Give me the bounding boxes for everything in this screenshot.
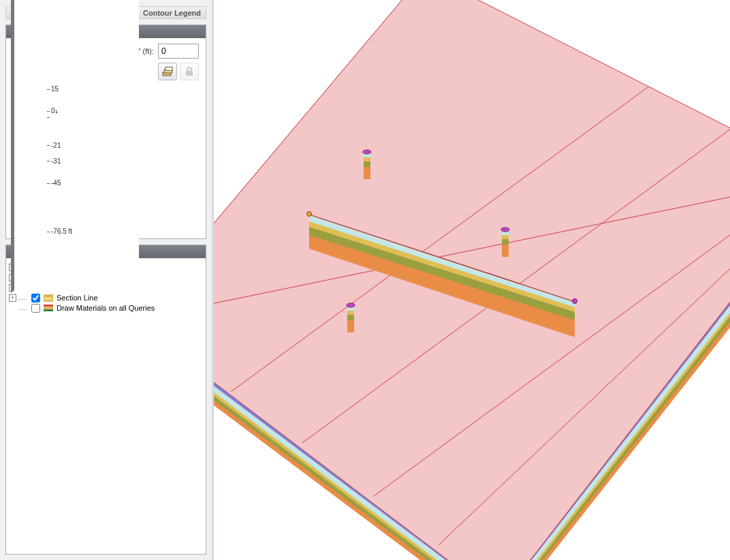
materials-icon bbox=[43, 304, 54, 312]
soil-tick-label: -31 bbox=[47, 157, 61, 165]
sidebar: Contour Legend Elevation / Soil Layers L… bbox=[0, 0, 214, 560]
soil-column-ticks: 150₁-21-31-45-76.5 ft bbox=[47, 89, 81, 232]
tree-connector bbox=[19, 306, 27, 310]
svg-rect-16 bbox=[44, 309, 53, 311]
tree-node: Draw Materials on all Queries bbox=[9, 303, 203, 313]
svg-point-38 bbox=[307, 212, 312, 217]
svg-rect-2 bbox=[165, 67, 172, 71]
section-icon bbox=[43, 294, 54, 302]
viewport-3d[interactable] bbox=[214, 0, 730, 560]
svg-rect-14 bbox=[44, 305, 53, 307]
tree-checkbox[interactable] bbox=[31, 294, 40, 302]
svg-point-39 bbox=[573, 299, 577, 304]
svg-point-44 bbox=[363, 150, 371, 154]
tree-node: +Section Line bbox=[9, 293, 203, 303]
soil-tick-label: -21 bbox=[47, 142, 61, 149]
tree-label[interactable]: Section Line bbox=[57, 294, 98, 302]
lock-icon bbox=[185, 67, 193, 76]
viewport-canvas bbox=[214, 0, 730, 560]
svg-rect-3 bbox=[186, 71, 193, 76]
svg-rect-13 bbox=[44, 295, 53, 297]
panel-title: Contour Legend bbox=[143, 9, 201, 17]
tree-checkbox[interactable] bbox=[31, 304, 40, 313]
tree-label[interactable]: Draw Materials on all Queries bbox=[57, 304, 155, 312]
soil-layers-button[interactable] bbox=[158, 63, 177, 80]
tree-expander[interactable]: + bbox=[9, 294, 16, 302]
lock-button[interactable] bbox=[180, 63, 199, 80]
soil-tick-label: 15 bbox=[47, 85, 59, 93]
soil-tick-label: -45 bbox=[47, 179, 61, 187]
svg-rect-15 bbox=[44, 307, 53, 309]
tree-connector bbox=[19, 296, 27, 300]
svg-point-54 bbox=[347, 303, 355, 307]
soil-tick-label bbox=[47, 113, 51, 121]
svg-point-49 bbox=[501, 228, 509, 232]
soil-tick-label: -76.5 ft bbox=[47, 228, 72, 235]
y-input[interactable] bbox=[158, 44, 199, 59]
layers-icon bbox=[162, 67, 173, 76]
panel-header-contour-legend[interactable]: Contour Legend bbox=[5, 6, 206, 19]
